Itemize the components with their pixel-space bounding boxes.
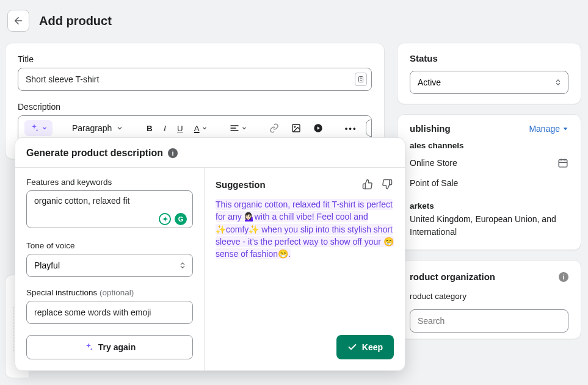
thumbs-up-button[interactable]: [361, 178, 374, 191]
publishing-card: ublishing Manage ales channels Online St…: [397, 114, 581, 250]
svg-point-7: [294, 126, 295, 128]
title-input[interactable]: [18, 68, 372, 91]
code-icon: [371, 123, 372, 133]
caret-down-icon: [562, 126, 568, 132]
markets-text: United Kingdom, European Union, and Inte…: [410, 213, 568, 239]
status-heading: Status: [410, 53, 568, 63]
publishing-heading: ublishing: [410, 123, 451, 134]
ellipsis-icon: •••: [345, 124, 357, 133]
info-icon[interactable]: i: [559, 272, 568, 282]
chevron-down-icon: [42, 125, 48, 131]
status-select[interactable]: Active: [410, 71, 568, 94]
description-label: Description: [18, 102, 372, 112]
try-again-button[interactable]: Try again: [26, 335, 193, 359]
product-category-label: roduct category: [410, 292, 568, 301]
tone-label: Tone of voice: [26, 241, 193, 250]
italic-button[interactable]: I: [160, 120, 170, 136]
play-circle-icon: [313, 123, 323, 133]
image-icon: [291, 123, 301, 133]
underline-button[interactable]: U: [173, 121, 187, 136]
grammar-badge-icon[interactable]: ✦: [159, 213, 171, 225]
image-button[interactable]: [288, 120, 305, 136]
svg-point-2: [360, 78, 361, 79]
markets-label: arkets: [410, 201, 568, 210]
features-label: Features and keywords: [26, 178, 193, 187]
page-title: Add product: [39, 14, 112, 28]
more-button[interactable]: •••: [341, 121, 361, 136]
title-label: Title: [18, 54, 372, 64]
contact-card-icon: [355, 73, 367, 86]
suggestion-label: Suggestion: [216, 179, 266, 190]
svg-marker-11: [564, 128, 568, 130]
suggestion-text-wrap: This organic cotton, relaxed fit T-shirt…: [216, 198, 394, 260]
sales-channels-label: ales channels: [410, 141, 568, 150]
video-button[interactable]: [310, 120, 327, 136]
sparkle-icon: [29, 123, 39, 133]
channel-point-of-sale: Point of Sale: [410, 173, 568, 193]
generator-heading: Generate product description: [26, 148, 163, 159]
align-left-icon: [230, 123, 239, 133]
link-icon: [269, 123, 279, 133]
organization-heading: roduct organization: [410, 272, 495, 282]
product-category-search[interactable]: [410, 309, 568, 333]
html-view-button[interactable]: [366, 120, 372, 137]
tone-select[interactable]: Playful: [26, 254, 193, 277]
generate-description-panel: Generate product description i Features …: [15, 137, 405, 371]
channel-online-store: Online Store: [410, 153, 568, 173]
manage-publishing-button[interactable]: Manage: [529, 124, 568, 134]
text-color-button[interactable]: A: [191, 121, 211, 136]
info-icon[interactable]: i: [168, 148, 178, 158]
sparkle-icon: [84, 342, 93, 352]
special-instructions-label: Special instructions (optional): [26, 288, 193, 297]
bold-button[interactable]: B: [143, 121, 156, 136]
ai-generate-button[interactable]: [24, 120, 53, 136]
arrow-left-icon: [13, 15, 24, 26]
link-button[interactable]: [266, 120, 283, 136]
thumbs-down-icon: [382, 179, 393, 190]
special-instructions-input[interactable]: [26, 301, 193, 324]
chevron-down-icon: [241, 125, 247, 131]
grammarly-icon[interactable]: G: [175, 213, 187, 225]
back-button[interactable]: [7, 10, 29, 32]
thumbs-up-icon: [362, 179, 373, 190]
thumbs-down-button[interactable]: [380, 178, 394, 191]
organization-card: roduct organization i roduct category: [397, 260, 581, 339]
keep-button[interactable]: Keep: [336, 335, 394, 359]
status-card: Status Active: [397, 43, 581, 104]
check-icon: [347, 342, 357, 352]
paragraph-style-select[interactable]: Paragraph: [67, 121, 128, 135]
suggestion-text[interactable]: This organic cotton, relaxed fit T-shirt…: [216, 199, 394, 259]
calendar-icon[interactable]: [557, 157, 568, 168]
svg-rect-12: [559, 160, 567, 167]
align-button[interactable]: [226, 120, 251, 136]
chevron-down-icon: [201, 125, 208, 131]
